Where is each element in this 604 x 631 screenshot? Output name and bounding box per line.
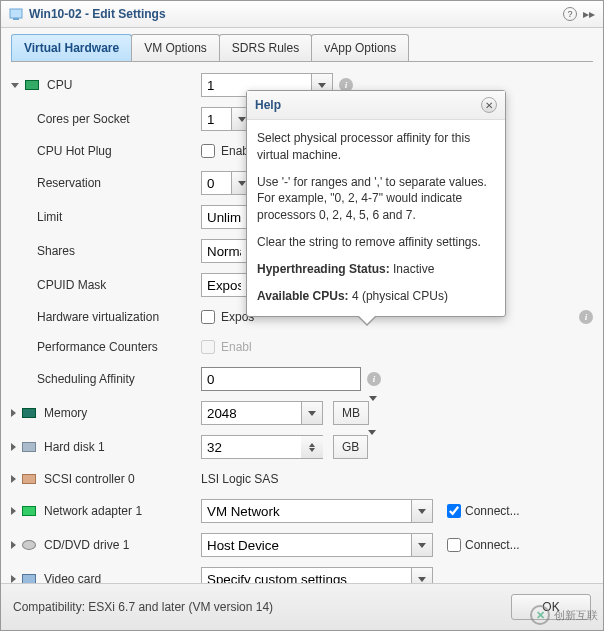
tab-vm-options[interactable]: VM Options: [131, 34, 220, 61]
row-affinity: Scheduling Affinity i: [11, 362, 593, 396]
perf-chk-label: Enabl: [221, 340, 252, 354]
compat-text: Compatibility: ESXi 6.7 and later (VM ve…: [13, 600, 511, 614]
hdd-spinner[interactable]: [301, 435, 323, 459]
hwvirt-label: Hardware virtualization: [37, 310, 159, 324]
help-p2: Use '-' for ranges and ',' to separate v…: [257, 174, 495, 224]
cpuid-input[interactable]: [201, 273, 246, 297]
help-ht-label: Hyperthreading Status:: [257, 262, 390, 276]
cpuid-combo[interactable]: [201, 273, 246, 297]
help-ht-value: Inactive: [390, 262, 435, 276]
limit-input[interactable]: [201, 205, 246, 229]
help-icon[interactable]: ?: [563, 7, 577, 21]
net-label: Network adapter 1: [44, 504, 142, 518]
perf-checkbox: [201, 340, 215, 354]
watermark-logo-icon: ✕: [530, 605, 550, 625]
hotplug-checkbox[interactable]: [201, 144, 215, 158]
dialog-title: Win10-02 - Edit Settings: [29, 7, 557, 21]
row-memory: Memory MB: [11, 396, 593, 430]
limit-combo[interactable]: [201, 205, 246, 229]
cpuid-label: CPUID Mask: [37, 278, 106, 292]
cd-combo[interactable]: [201, 533, 433, 557]
titlebar: Win10-02 - Edit Settings ? ▸▸: [1, 1, 603, 28]
video-icon: [22, 574, 36, 583]
expand-cd-icon[interactable]: [11, 541, 16, 549]
expand-net-icon[interactable]: [11, 507, 16, 515]
help-body: Select physical processor affinity for t…: [247, 120, 505, 316]
memory-combo[interactable]: [201, 401, 323, 425]
shares-combo[interactable]: [201, 239, 246, 263]
affinity-label: Scheduling Affinity: [37, 372, 135, 386]
svg-rect-0: [10, 9, 22, 18]
memory-dropdown[interactable]: [301, 401, 323, 425]
help-ac-label: Available CPUs:: [257, 289, 349, 303]
net-connect-label: Connect...: [465, 504, 520, 518]
net-combo[interactable]: [201, 499, 433, 523]
expand-video-icon[interactable]: [11, 575, 16, 583]
limit-label: Limit: [37, 210, 62, 224]
vm-icon: [9, 7, 23, 21]
net-dropdown[interactable]: [411, 499, 433, 523]
hdd-unit-dropdown[interactable]: [367, 435, 376, 459]
expand-memory-icon[interactable]: [11, 409, 16, 417]
hdd-icon: [22, 442, 36, 452]
net-input[interactable]: [201, 499, 411, 523]
watermark: ✕ 创新互联: [530, 605, 598, 625]
row-hdd: Hard disk 1 GB: [11, 430, 593, 464]
scsi-value: LSI Logic SAS: [201, 472, 278, 486]
cd-icon: [22, 540, 36, 550]
video-combo[interactable]: [201, 567, 433, 583]
memory-icon: [22, 408, 36, 418]
video-label: Video card: [44, 572, 101, 583]
tabbar: Virtual Hardware VM Options SDRS Rules v…: [1, 28, 603, 61]
video-input[interactable]: [201, 567, 411, 583]
net-connect-checkbox[interactable]: [447, 504, 461, 518]
help-ac-value: 4 (physical CPUs): [349, 289, 448, 303]
tab-virtual-hardware[interactable]: Virtual Hardware: [11, 34, 132, 61]
memory-label: Memory: [44, 406, 87, 420]
memory-input[interactable]: [201, 401, 301, 425]
memory-unit-combo[interactable]: MB: [333, 401, 377, 425]
hdd-unit: GB: [333, 435, 367, 459]
tab-underline: [11, 61, 593, 62]
expand-hdd-icon[interactable]: [11, 443, 16, 451]
close-icon[interactable]: ✕: [481, 97, 497, 113]
expand-scsi-icon[interactable]: [11, 475, 16, 483]
cd-input[interactable]: [201, 533, 411, 557]
cpu-label: CPU: [47, 78, 72, 92]
scsi-label: SCSI controller 0: [44, 472, 135, 486]
cores-label: Cores per Socket: [37, 112, 130, 126]
shares-input[interactable]: [201, 239, 246, 263]
cores-input[interactable]: [201, 107, 231, 131]
help-p1: Select physical processor affinity for t…: [257, 130, 495, 164]
compat-bar: Compatibility: ESXi 6.7 and later (VM ve…: [1, 583, 603, 630]
net-icon: [22, 506, 36, 516]
cd-label: CD/DVD drive 1: [44, 538, 129, 552]
cd-connect-checkbox[interactable]: [447, 538, 461, 552]
memory-unit: MB: [333, 401, 368, 425]
tab-sdrs-rules[interactable]: SDRS Rules: [219, 34, 312, 61]
video-dropdown[interactable]: [411, 567, 433, 583]
help-tooltip: Help ✕ Select physical processor affinit…: [246, 90, 506, 317]
hdd-unit-combo[interactable]: GB: [333, 435, 376, 459]
memory-unit-dropdown[interactable]: [368, 401, 377, 425]
cd-dropdown[interactable]: [411, 533, 433, 557]
hotplug-label: CPU Hot Plug: [37, 144, 112, 158]
collapse-cpu-icon[interactable]: [11, 83, 19, 88]
row-perf: Performance Counters Enabl: [11, 332, 593, 362]
row-cd: CD/DVD drive 1 Connect...: [11, 528, 593, 562]
hdd-combo[interactable]: [201, 435, 323, 459]
hdd-input[interactable]: [201, 435, 301, 459]
reservation-input[interactable]: [201, 171, 231, 195]
hwvirt-checkbox[interactable]: [201, 310, 215, 324]
row-video: Video card: [11, 562, 593, 583]
info-icon[interactable]: i: [579, 310, 593, 324]
scsi-icon: [22, 474, 36, 484]
help-p3: Clear the string to remove affinity sett…: [257, 234, 495, 251]
svg-rect-1: [13, 18, 19, 20]
row-scsi: SCSI controller 0 LSI Logic SAS: [11, 464, 593, 494]
row-net: Network adapter 1 Connect...: [11, 494, 593, 528]
tab-vapp-options[interactable]: vApp Options: [311, 34, 409, 61]
affinity-info-icon[interactable]: i: [367, 372, 381, 386]
affinity-input[interactable]: [201, 367, 361, 391]
expand-icon[interactable]: ▸▸: [583, 7, 595, 21]
